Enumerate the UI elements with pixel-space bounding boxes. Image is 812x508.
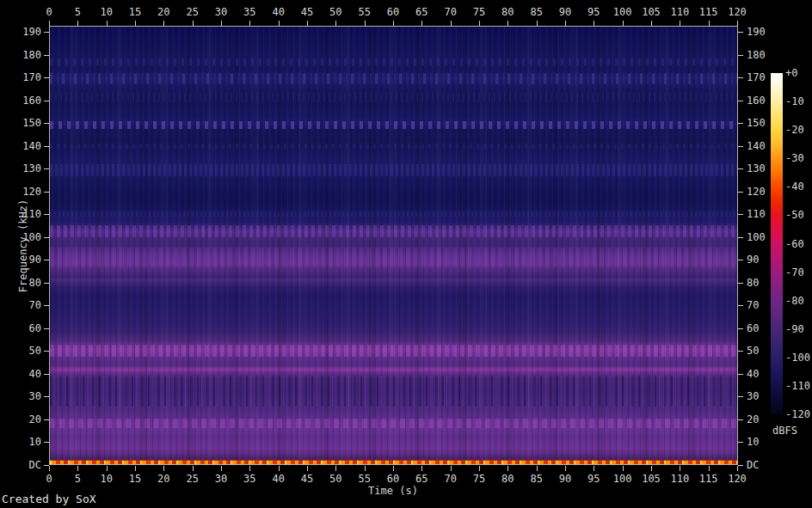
colorbar-tick-label: -80 [785,295,804,306]
band-175khz [50,58,737,65]
freq-tick [738,101,743,101]
time-tick-label: 100 [613,7,632,18]
colorbar-tick-label: -100 [785,352,810,363]
y-axis-title: Frequency (kHz) [17,190,29,302]
time-tick-label: 90 [559,474,571,485]
time-tick [307,466,308,471]
time-tick-label: 35 [243,7,255,18]
time-tick [680,466,680,471]
time-tick [279,21,280,26]
freq-tick-label: 40 [747,368,759,379]
time-tick [335,21,336,26]
band-150khz [50,121,737,129]
time-tick-label: 20 [157,7,169,18]
time-tick [479,21,480,26]
time-tick-label: 50 [329,7,341,18]
freq-tick-label: 50 [747,346,759,357]
time-tick [135,21,136,26]
freq-tick [44,168,49,169]
time-tick [421,466,422,471]
freq-tick-label: 180 [22,49,41,60]
time-tick-label: 55 [358,474,370,485]
freq-tick [738,396,743,397]
time-tick-label: 10 [100,7,112,18]
freq-tick-label: 30 [29,391,41,402]
time-tick-label: 25 [186,474,198,485]
time-tick-label: 45 [301,7,313,18]
time-tick [335,466,336,471]
colorbar-labels: +0-10-20-30-40-50-60-70-80-90-100-110-12… [785,73,812,414]
time-tick [537,21,538,26]
freq-tick-label: 10 [747,437,759,448]
time-tick-label: 110 [670,7,689,18]
freq-tick [44,101,49,101]
time-tick [623,21,624,26]
freq-tick-label: 140 [22,140,41,151]
time-tick-label: 5 [75,7,81,18]
band-90khz [50,248,737,267]
freq-tick-label: 20 [747,413,759,425]
time-tick-label: 55 [358,7,370,18]
freq-tick-label: 60 [747,322,759,334]
freq-tick [738,192,743,193]
freq-tick-label: 180 [747,49,766,60]
band-140khz [50,144,737,149]
freq-tick [738,442,743,443]
freq-tick [738,374,743,375]
time-tick [565,466,566,471]
time-tick [537,466,538,471]
time-tick [107,466,108,471]
time-tick [594,466,594,471]
time-tick [651,466,652,471]
time-tick [451,466,452,471]
freq-tick [738,419,743,420]
freq-tick-label: 140 [747,140,766,151]
freq-tick-label: 160 [747,95,766,106]
freq-tick-label: 70 [29,300,41,311]
colorbar-tick-label: -90 [785,323,804,334]
time-tick-label: 15 [129,474,141,485]
time-tick-label: 25 [186,7,198,18]
freq-tick-label: 90 [747,254,759,266]
colorbar-tick-label: -110 [785,380,810,391]
time-tick-label: 20 [157,474,169,485]
freq-tick [738,55,743,56]
freq-tick-label: 70 [747,300,759,311]
time-tick-label: 30 [215,7,227,18]
freq-tick-label: 190 [22,27,41,38]
time-tick [193,21,194,26]
time-tick [193,466,194,471]
freq-tick-label: 80 [747,277,759,288]
time-tick-label: 115 [699,7,718,18]
time-tick [77,21,78,26]
band-110khz [50,211,737,217]
time-tick-label: 100 [613,474,632,485]
freq-tick [44,214,49,215]
freq-tick-label: 130 [747,163,766,174]
band-17khz [50,419,737,428]
time-tick-label: 85 [530,7,542,18]
freq-tick [738,465,743,466]
freq-tick [44,55,49,56]
time-tick [163,466,164,471]
time-tick [737,466,738,471]
time-tick [49,466,50,471]
freq-tick [44,396,49,397]
time-tick-label: 15 [129,7,141,18]
freq-tick-label: 130 [22,163,41,174]
time-tick [451,21,452,26]
freq-tick-label: 100 [747,231,766,242]
freq-tick-label: 10 [29,437,41,448]
time-tick-label: 30 [215,474,227,485]
time-tick [623,466,624,471]
time-tick-label: 35 [243,474,255,485]
band-100khz [50,225,737,237]
time-tick-label: 60 [387,474,399,485]
colorbar-tick-label: -40 [785,181,804,193]
freq-tick-label: 170 [22,72,41,83]
freq-tick-label: DC [747,460,759,471]
freq-tick-label: DC [29,460,41,471]
time-tick-label: 50 [329,474,341,485]
freq-tick [738,77,743,78]
dc-bright-line [50,460,737,464]
